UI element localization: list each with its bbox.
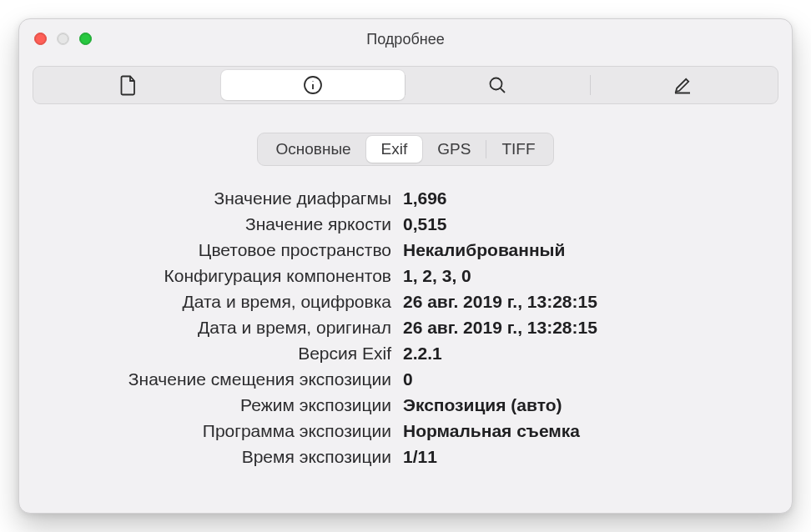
property-label: Значение смещения экспозиции [44, 370, 403, 388]
toolbar-tab-annotate[interactable] [591, 70, 775, 100]
property-row: Значение яркости 0,515 [44, 215, 767, 233]
property-row: Дата и время, оцифровка 26 авг. 2019 г.,… [44, 293, 767, 310]
tab-gps[interactable]: GPS [422, 136, 486, 163]
tab-tiff[interactable]: TIFF [486, 136, 550, 163]
property-label: Версия Exif [44, 344, 403, 362]
property-row: Версия Exif 2.2.1 [44, 344, 767, 362]
property-label: Конфигурация компонентов [44, 267, 403, 284]
property-label: Дата и время, оцифровка [44, 293, 403, 310]
property-value: 2.2.1 [403, 344, 442, 362]
window-controls [34, 33, 92, 45]
svg-line-4 [501, 88, 505, 93]
metadata-tabs: Основные Exif GPS TIFF [257, 133, 553, 166]
tab-label: TIFF [501, 140, 535, 158]
window-title: Подробнее [366, 31, 444, 48]
property-label: Режим экспозиции [44, 396, 403, 414]
svg-point-2 [312, 81, 313, 82]
toolbar-tab-search[interactable] [406, 70, 590, 100]
property-row: Программа экспозиции Нормальная съемка [44, 422, 767, 439]
tab-label: Основные [275, 140, 350, 158]
inspector-window: Подробнее [18, 18, 793, 514]
close-icon[interactable] [34, 33, 47, 45]
search-icon [487, 75, 507, 95]
property-row: Значение диафрагмы 1,696 [44, 189, 767, 207]
property-label: Программа экспозиции [44, 422, 403, 439]
property-label: Значение диафрагмы [44, 189, 403, 207]
property-label: Дата и время, оригинал [44, 319, 403, 336]
info-icon [303, 75, 323, 95]
tab-exif[interactable]: Exif [366, 136, 423, 163]
tab-general[interactable]: Основные [260, 136, 365, 163]
toolbar-tab-info[interactable] [221, 70, 406, 100]
titlebar: Подробнее [19, 19, 792, 59]
file-icon [119, 74, 138, 96]
tab-label: GPS [437, 140, 471, 158]
minimize-icon[interactable] [57, 33, 69, 45]
property-value: 1/11 [403, 448, 437, 465]
property-label: Значение яркости [44, 215, 403, 233]
property-value: Некалиброванный [403, 241, 565, 258]
property-value: 26 авг. 2019 г., 13:28:15 [403, 293, 597, 310]
property-value: 26 авг. 2019 г., 13:28:15 [403, 319, 597, 336]
property-value: 0 [403, 370, 413, 388]
property-value: 0,515 [403, 215, 447, 233]
property-value: Нормальная съемка [403, 422, 580, 439]
property-label: Цветовое пространство [44, 241, 403, 258]
property-row: Дата и время, оригинал 26 авг. 2019 г., … [44, 319, 767, 336]
top-toolbar [33, 66, 778, 104]
tab-label: Exif [381, 140, 408, 158]
toolbar-tab-general[interactable] [37, 70, 221, 100]
property-row: Режим экспозиции Экспозиция (авто) [44, 396, 767, 414]
property-row: Значение смещения экспозиции 0 [44, 370, 767, 388]
svg-point-3 [491, 78, 502, 90]
property-row: Цветовое пространство Некалиброванный [44, 241, 767, 258]
property-label: Время экспозиции [44, 448, 403, 465]
property-row: Конфигурация компонентов 1, 2, 3, 0 [44, 267, 767, 284]
property-value: Экспозиция (авто) [403, 396, 562, 414]
zoom-icon[interactable] [79, 33, 92, 45]
property-value: 1,696 [403, 189, 447, 207]
property-value: 1, 2, 3, 0 [403, 267, 471, 284]
exif-properties: Значение диафрагмы 1,696 Значение яркост… [19, 189, 792, 465]
property-row: Время экспозиции 1/11 [44, 448, 767, 465]
edit-icon [672, 75, 693, 95]
